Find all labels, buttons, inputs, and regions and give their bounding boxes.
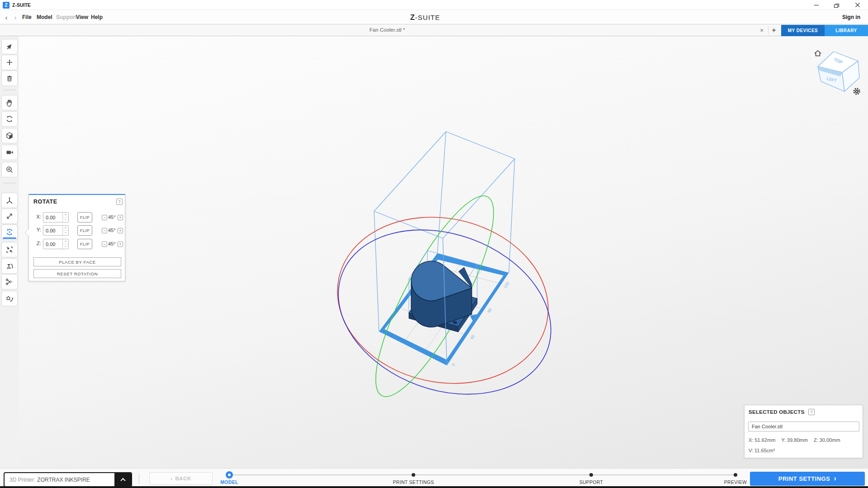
step-dot-support[interactable] (589, 473, 593, 477)
sign-in-link[interactable]: Sign in (842, 14, 860, 20)
selected-objects-panel: SELECTED OBJECTS ? X: 51.62mm Y: 39.80mm… (744, 405, 863, 458)
axis-z-input[interactable] (43, 239, 62, 249)
deg-45-label: 45° (108, 241, 116, 246)
rotate-tool-button[interactable] (1, 224, 18, 240)
axis-y-spinner[interactable]: +− (62, 226, 68, 235)
flip-tool-button[interactable] (1, 258, 18, 274)
flip-z-button[interactable]: FLIP (77, 239, 92, 249)
trash-icon (5, 74, 14, 83)
menu-bar: ‹ › File Model Support View Help Z-SUITE… (0, 10, 868, 24)
move-tool-button[interactable] (1, 193, 18, 208)
back-button[interactable]: ‹BACK (149, 472, 213, 485)
axis-z-input-wrap: +− (43, 239, 69, 249)
axis-z-spinner[interactable]: +− (62, 239, 68, 249)
home-view-icon[interactable] (813, 49, 822, 58)
nav-back-arrow[interactable]: ‹ (2, 11, 11, 23)
close-icon (855, 2, 860, 8)
printer-prefix: 3D Printer: (9, 477, 35, 483)
cube-icon (5, 131, 14, 140)
selected-objects-help-button[interactable]: ? (808, 409, 815, 415)
step-model[interactable]: MODEL (220, 479, 238, 485)
logo-z: Z (410, 14, 415, 21)
my-devices-tab[interactable]: MY DEVICES (781, 25, 825, 36)
axis-z-label: Z: (29, 241, 41, 246)
scissors-icon (5, 277, 14, 286)
dimension-z: Z: 30.00mm (814, 437, 840, 443)
printer-name: 3D Printer:ZORTRAX INKSPIRE (5, 473, 114, 486)
step-dot-model[interactable] (226, 471, 233, 479)
flip-y-button[interactable]: FLIP (77, 225, 92, 236)
flip-x-button[interactable]: FLIP (77, 212, 92, 223)
spin-up-icon[interactable]: + (63, 239, 68, 244)
flip-icon (5, 261, 14, 270)
rotate-y-minus45-button[interactable]: − (102, 228, 107, 233)
tab-close-icon[interactable]: × (757, 26, 766, 35)
step-support[interactable]: SUPPORT (579, 479, 603, 485)
printer-selector[interactable]: 3D Printer:ZORTRAX INKSPIRE (4, 472, 132, 487)
bottom-bar: 3D Printer:ZORTRAX INKSPIRE ‹BACK MODEL … (0, 468, 868, 486)
spin-down-icon[interactable]: − (63, 218, 68, 222)
menu-help[interactable]: Help (87, 11, 107, 23)
rotate-row-x: X: +− FLIP − 45° + (29, 212, 126, 223)
zsuite-logo: Z-SUITE (410, 14, 440, 22)
viewport-3d-scene[interactable] (19, 36, 868, 468)
close-button[interactable] (847, 0, 868, 10)
camera-view-tool-button[interactable] (1, 145, 18, 160)
step-dot-print-settings[interactable] (412, 473, 415, 477)
step-dot-preview[interactable] (734, 473, 737, 477)
axis-x-spinner[interactable]: +− (62, 213, 68, 222)
view-cube-tool-button[interactable] (1, 128, 18, 143)
arrange-tool-button[interactable] (1, 291, 18, 306)
printer-expand-button[interactable] (114, 473, 131, 486)
title-bar: Z Z-SUITE (0, 0, 868, 10)
rotate-help-button[interactable]: ? (116, 199, 123, 205)
selected-object-name-field[interactable] (748, 422, 859, 431)
spin-up-icon[interactable]: + (63, 213, 68, 218)
move-icon (5, 196, 14, 205)
axis-x-input[interactable] (43, 213, 62, 222)
split-tool-button[interactable] (1, 274, 18, 289)
bottom-edge-strip (0, 486, 868, 488)
spin-down-icon[interactable]: − (63, 231, 68, 235)
plus-icon (5, 58, 14, 67)
zoom-tool-button[interactable] (1, 162, 18, 177)
cursor-icon (5, 42, 14, 51)
deg-45-label: 45° (108, 227, 116, 233)
print-settings-button[interactable]: PRINT SETTINGS› (750, 472, 865, 486)
orbit-tool-button[interactable] (1, 111, 18, 127)
place-by-face-button[interactable]: PLACE BY FACE (33, 257, 121, 266)
minimize-button[interactable] (806, 0, 826, 10)
restore-icon (834, 2, 840, 8)
axis-y-input[interactable] (43, 226, 62, 235)
step-preview[interactable]: PREVIEW (724, 479, 747, 485)
arrange-icon (5, 294, 14, 303)
add-model-button[interactable] (1, 55, 18, 70)
dimension-y: Y: 39.80mm (781, 437, 808, 443)
gear-icon[interactable] (852, 87, 861, 96)
rotate-z-minus45-button[interactable]: − (102, 242, 107, 247)
rotate-y-plus45-button[interactable]: + (118, 228, 123, 233)
restore-button[interactable] (826, 0, 847, 10)
panel-notch (25, 229, 29, 236)
spin-up-icon[interactable]: + (63, 226, 68, 231)
select-tool-button[interactable] (1, 39, 18, 54)
rotate-x-minus45-button[interactable]: − (102, 215, 107, 220)
delete-model-button[interactable] (1, 71, 18, 86)
print-settings-label: PRINT SETTINGS (778, 475, 830, 482)
resize-tool-button[interactable] (1, 242, 18, 257)
spin-down-icon[interactable]: − (63, 244, 68, 249)
new-tab-icon[interactable]: + (769, 25, 779, 36)
step-print-settings[interactable]: PRINT SETTINGS (393, 479, 434, 485)
left-toolbar (0, 36, 19, 468)
pan-tool-button[interactable] (1, 95, 18, 110)
scale-tool-button[interactable] (1, 208, 18, 224)
reset-rotation-button[interactable]: RESET ROTATION (33, 269, 121, 278)
deg-45-label: 45° (108, 214, 116, 220)
rotate-z-plus45-button[interactable]: + (118, 242, 123, 247)
magnifier-icon (5, 165, 14, 174)
document-tab[interactable]: Fan Cooler.stl * (370, 27, 405, 33)
rotate-x-plus45-button[interactable]: + (118, 215, 123, 220)
library-tab[interactable]: LIBRARY (825, 25, 868, 36)
hand-icon (5, 98, 14, 107)
bottom-bar-divider (139, 474, 139, 484)
